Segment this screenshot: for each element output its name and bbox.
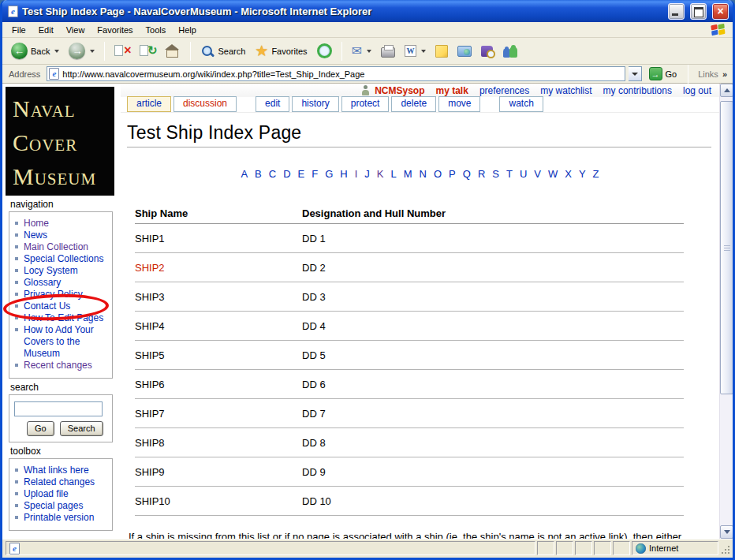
letter-link-H[interactable]: H bbox=[340, 168, 347, 180]
close-button[interactable]: × bbox=[712, 3, 729, 20]
scroll-thumb[interactable] bbox=[720, 101, 733, 394]
home-button[interactable] bbox=[161, 41, 185, 62]
menu-favorites[interactable]: Favorites bbox=[91, 24, 139, 36]
ship-name-cell[interactable]: SHIP2 bbox=[135, 262, 302, 274]
toolbox-link[interactable]: Printable version bbox=[24, 512, 94, 523]
toolbox-link[interactable]: Special pages bbox=[24, 500, 83, 511]
letter-link-W[interactable]: W bbox=[548, 168, 558, 180]
nav-link[interactable]: Locy System bbox=[24, 265, 78, 276]
letter-link-P[interactable]: P bbox=[449, 168, 456, 180]
letter-link-M[interactable]: M bbox=[404, 168, 412, 180]
tab-discussion[interactable]: discussion bbox=[173, 96, 237, 112]
user-link-my-contributions[interactable]: my contributions bbox=[603, 85, 672, 96]
nav-link[interactable]: Recent changes bbox=[24, 360, 92, 371]
toolbox-link[interactable]: What links here bbox=[24, 465, 89, 476]
stop-button[interactable]: × bbox=[110, 41, 134, 62]
letter-link-U[interactable]: U bbox=[520, 168, 527, 180]
back-button[interactable]: ← Back bbox=[7, 40, 63, 62]
address-input[interactable]: e http://www.navalcovermuseum.org/wiki/i… bbox=[47, 66, 625, 81]
letter-link-Q[interactable]: Q bbox=[463, 168, 471, 180]
letter-link-L[interactable]: L bbox=[391, 168, 397, 180]
mail-button[interactable]: ✉ bbox=[348, 43, 375, 60]
letter-link-C[interactable]: C bbox=[269, 168, 276, 180]
letter-link-T[interactable]: T bbox=[506, 168, 513, 180]
letter-link-R[interactable]: R bbox=[478, 168, 485, 180]
letter-link-K[interactable]: K bbox=[377, 168, 384, 180]
menu-tools[interactable]: Tools bbox=[140, 24, 173, 36]
forward-caret-icon[interactable] bbox=[90, 50, 95, 53]
nav-link[interactable]: Contact Us bbox=[24, 301, 70, 312]
nav-link[interactable]: How To Edit Pages bbox=[24, 312, 103, 323]
letter-link-I[interactable]: I bbox=[355, 168, 358, 180]
notes-button[interactable] bbox=[431, 43, 452, 60]
messenger-button[interactable] bbox=[498, 42, 522, 61]
content-scrollbar[interactable] bbox=[719, 84, 733, 539]
menu-view[interactable]: View bbox=[60, 24, 91, 36]
letter-link-F[interactable]: F bbox=[312, 168, 318, 180]
back-caret-icon[interactable] bbox=[54, 50, 59, 53]
nav-link[interactable]: Glossary bbox=[24, 277, 61, 288]
letter-link-X[interactable]: X bbox=[565, 168, 572, 180]
nav-link[interactable]: Home bbox=[24, 218, 49, 229]
menu-help[interactable]: Help bbox=[172, 24, 203, 36]
sidebar-search-input[interactable] bbox=[14, 401, 103, 416]
tab-history[interactable]: history bbox=[292, 96, 338, 112]
user-link-ncmsysop[interactable]: NCMSysop bbox=[375, 85, 424, 96]
toolbox-link[interactable]: Upload file bbox=[24, 488, 69, 499]
user-link-preferences[interactable]: preferences bbox=[479, 85, 529, 96]
search-button[interactable]: Search bbox=[196, 42, 249, 61]
tab-article[interactable]: article bbox=[127, 96, 171, 112]
user-link-my-watchlist[interactable]: my watchlist bbox=[540, 85, 591, 96]
letter-link-O[interactable]: O bbox=[434, 168, 442, 180]
refresh-button[interactable]: ↻ bbox=[136, 41, 159, 62]
research-button[interactable] bbox=[477, 43, 497, 59]
favorites-button[interactable]: ★ Favorites bbox=[251, 42, 311, 61]
edit-word-button[interactable]: W bbox=[401, 43, 430, 59]
menu-edit[interactable]: Edit bbox=[32, 24, 60, 36]
scroll-up-button[interactable] bbox=[720, 84, 733, 97]
nav-link[interactable]: News bbox=[24, 230, 47, 241]
scroll-down-button[interactable] bbox=[720, 525, 733, 539]
nav-link[interactable]: Main Collection bbox=[24, 241, 88, 252]
minimize-button[interactable] bbox=[668, 3, 685, 20]
letter-link-Z[interactable]: Z bbox=[593, 168, 599, 180]
menu-bar: FileEditViewFavoritesToolsHelp bbox=[2, 22, 733, 38]
tab-edit[interactable]: edit bbox=[256, 96, 289, 112]
links-menu[interactable]: Links » bbox=[696, 69, 729, 79]
web-folder-button[interactable] bbox=[453, 43, 476, 59]
letter-link-D[interactable]: D bbox=[283, 168, 290, 180]
mail-caret-icon[interactable] bbox=[367, 50, 371, 53]
tab-move[interactable]: move bbox=[438, 96, 480, 112]
history-button[interactable] bbox=[313, 41, 336, 61]
tab-watch[interactable]: watch bbox=[499, 96, 543, 112]
toolbox-link[interactable]: Related changes bbox=[24, 476, 95, 487]
user-link-my-talk[interactable]: my talk bbox=[436, 85, 468, 96]
tab-protect[interactable]: protect bbox=[341, 96, 390, 112]
tab-delete[interactable]: delete bbox=[391, 96, 436, 112]
letter-link-J[interactable]: J bbox=[364, 168, 370, 180]
nav-link[interactable]: Special Collections bbox=[24, 253, 103, 264]
letter-link-E[interactable]: E bbox=[298, 168, 305, 180]
resize-grip[interactable] bbox=[720, 541, 731, 555]
chevron-down-icon bbox=[632, 73, 638, 76]
letter-link-S[interactable]: S bbox=[492, 168, 499, 180]
museum-logo[interactable]: NavalCoverMuseum bbox=[6, 87, 114, 196]
letter-link-V[interactable]: V bbox=[534, 168, 541, 180]
menu-file[interactable]: File bbox=[6, 24, 32, 36]
print-button[interactable] bbox=[377, 42, 399, 60]
edit-caret-icon[interactable] bbox=[421, 50, 426, 53]
nav-link[interactable]: Privacy Policy bbox=[24, 289, 83, 300]
sidebar-go-button[interactable]: Go bbox=[27, 421, 54, 436]
letter-link-A[interactable]: A bbox=[241, 168, 248, 180]
nav-link[interactable]: How to Add Your Covers to the Museum bbox=[24, 324, 94, 359]
user-link-log-out[interactable]: log out bbox=[683, 85, 711, 96]
letter-link-Y[interactable]: Y bbox=[579, 168, 586, 180]
maximize-button[interactable] bbox=[690, 3, 707, 20]
letter-link-B[interactable]: B bbox=[255, 168, 262, 180]
letter-link-G[interactable]: G bbox=[325, 168, 333, 180]
address-dropdown-button[interactable] bbox=[629, 66, 642, 81]
letter-link-N[interactable]: N bbox=[420, 168, 427, 180]
go-button[interactable]: → Go bbox=[645, 66, 681, 81]
forward-button[interactable]: → bbox=[65, 40, 99, 62]
sidebar-search-button[interactable]: Search bbox=[60, 421, 103, 436]
